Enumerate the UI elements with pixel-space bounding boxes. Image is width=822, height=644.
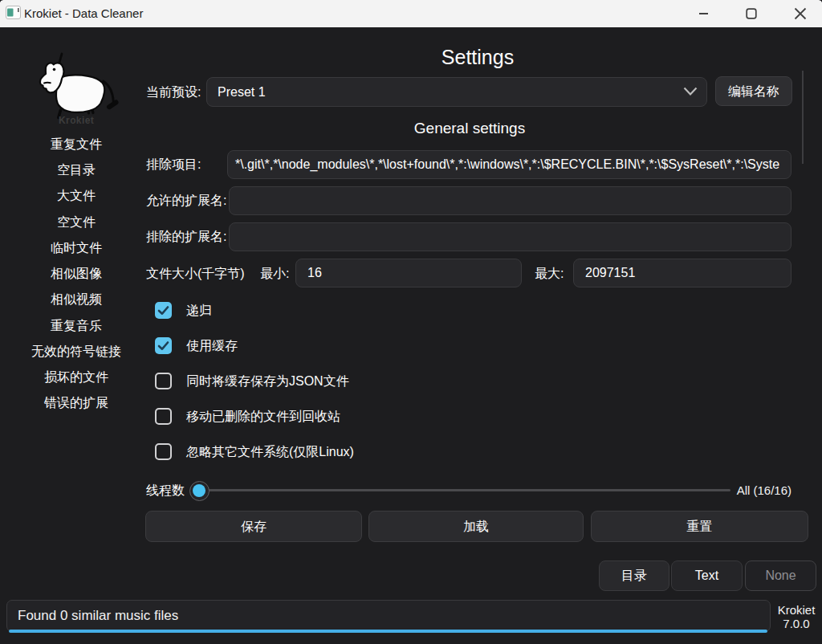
svg-text:Krokiet: Krokiet <box>59 115 94 126</box>
